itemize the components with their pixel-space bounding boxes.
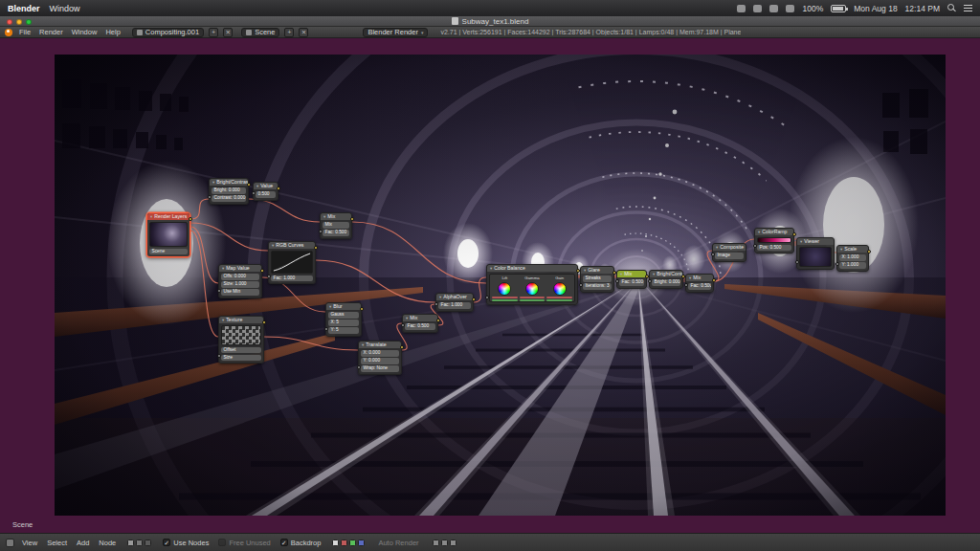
- output-socket[interactable]: [867, 250, 871, 253]
- input-socket[interactable]: [324, 327, 328, 331]
- node-field[interactable]: Iterations: 3: [583, 283, 612, 290]
- input-socket[interactable]: [795, 260, 799, 264]
- header-menu-file[interactable]: File: [17, 28, 33, 36]
- output-socket[interactable]: [314, 246, 318, 250]
- node-header[interactable]: ▾Translate: [359, 342, 401, 348]
- window-titlebar[interactable]: Subway_tex1.blend: [0, 16, 980, 27]
- collapse-icon[interactable]: ▾: [653, 271, 655, 277]
- output-socket[interactable]: [576, 269, 580, 273]
- node-translate[interactable]: ▾TranslateX: 0.000Y: 0.000Wrap: None: [358, 341, 402, 375]
- node-header[interactable]: ▾Map Value: [219, 265, 261, 272]
- close-layout-button[interactable]: ✕: [223, 28, 233, 37]
- input-socket[interactable]: [835, 262, 839, 266]
- collapse-icon[interactable]: ▾: [222, 265, 224, 272]
- shader-nodes-icon[interactable]: [127, 540, 134, 546]
- copy-icon[interactable]: [450, 540, 457, 546]
- collapse-icon[interactable]: ▾: [222, 317, 224, 323]
- output-socket[interactable]: [262, 320, 266, 324]
- input-socket[interactable]: [357, 365, 361, 369]
- node-field[interactable]: Size: [221, 355, 261, 362]
- collapse-icon[interactable]: ▾: [716, 244, 718, 251]
- collapse-icon[interactable]: ▾: [362, 342, 364, 348]
- notification-center-icon[interactable]: [964, 5, 972, 11]
- spotlight-icon[interactable]: [947, 4, 956, 12]
- node-field[interactable]: Use Min: [221, 289, 259, 296]
- collapse-icon[interactable]: ▾: [406, 315, 408, 321]
- node-color-balance[interactable]: ▾Color BalanceLiftGammaGain: [486, 264, 578, 305]
- add-layout-button[interactable]: +: [209, 28, 218, 37]
- node-field[interactable]: Wrap: None: [361, 365, 399, 372]
- input-socket[interactable]: [401, 323, 405, 327]
- node-field[interactable]: Image: [715, 253, 744, 259]
- collapse-icon[interactable]: ▾: [758, 229, 760, 235]
- node-mix-3[interactable]: ▾MixFac: 0.500: [616, 270, 647, 289]
- collapse-icon[interactable]: ▾: [490, 265, 492, 272]
- collapse-icon[interactable]: ▾: [439, 294, 441, 300]
- node-mix-2[interactable]: ▾MixFac: 0.500: [402, 314, 438, 333]
- header-menu-help[interactable]: Help: [103, 28, 122, 36]
- color-wheel-disc[interactable]: [525, 282, 539, 296]
- node-field[interactable]: Y: 1.000: [839, 262, 866, 269]
- node-field[interactable]: Streaks: [583, 276, 612, 282]
- output-socket[interactable]: [247, 183, 251, 187]
- header-menu-window[interactable]: Window: [70, 28, 100, 36]
- node-blur[interactable]: ▾BlurGaussX: 5Y: 5: [325, 302, 362, 337]
- volume-icon[interactable]: [786, 5, 794, 12]
- color-wheel-gamma[interactable]: Gamma: [520, 276, 546, 302]
- node-field[interactable]: Mix: [323, 222, 349, 229]
- node-header[interactable]: ▾Glare: [581, 267, 613, 274]
- node-scale[interactable]: ▾ScaleX: 1.000Y: 1.000: [836, 245, 869, 272]
- channel-rgb-icon[interactable]: [332, 540, 339, 546]
- input-socket[interactable]: [615, 279, 619, 283]
- node-field[interactable]: X: 0.000: [361, 350, 399, 357]
- wifi-icon[interactable]: [769, 5, 778, 12]
- output-socket[interactable]: [260, 269, 264, 273]
- rgb-sliders[interactable]: [492, 297, 518, 303]
- node-header[interactable]: ▾Composite: [713, 244, 746, 251]
- zoom-window-button[interactable]: [26, 19, 32, 25]
- collapse-icon[interactable]: ▾: [584, 267, 586, 274]
- input-socket[interactable]: [434, 302, 438, 306]
- rgb-sliders[interactable]: [546, 297, 572, 303]
- color-wheel-disc[interactable]: [498, 282, 511, 296]
- node-field[interactable]: Y: 0.000: [361, 358, 399, 364]
- collapse-icon[interactable]: ▾: [689, 275, 691, 281]
- output-socket[interactable]: [400, 345, 404, 349]
- channel-g-icon[interactable]: [349, 540, 356, 546]
- node-color-ramp[interactable]: ▾ColorRampPos: 0.500: [754, 228, 794, 253]
- node-field[interactable]: Contrast: 0.000: [212, 195, 246, 202]
- input-socket[interactable]: [648, 279, 652, 283]
- output-socket[interactable]: [436, 319, 440, 322]
- render-engine-selector[interactable]: Blender Render ▾: [363, 28, 428, 37]
- close-window-button[interactable]: [7, 19, 12, 25]
- input-socket[interactable]: [217, 289, 221, 293]
- node-menu-select[interactable]: Select: [45, 539, 69, 547]
- toggle-backdrop[interactable]: ✓Backdrop: [280, 539, 322, 547]
- snap-icon[interactable]: [441, 540, 448, 546]
- node-menu-node[interactable]: Node: [97, 539, 118, 547]
- node-field[interactable]: Scene: [149, 249, 188, 255]
- node-header[interactable]: ▾Mix: [617, 271, 646, 277]
- blender-logo-icon[interactable]: [5, 29, 12, 36]
- node-header[interactable]: ▾Blur: [326, 303, 361, 310]
- node-header[interactable]: ▾Bright/Contrast: [650, 271, 682, 277]
- output-socket[interactable]: [350, 217, 354, 221]
- node-header[interactable]: ▾Color Balance: [487, 265, 577, 272]
- node-alpha-over[interactable]: ▾AlphaOverFac: 1.000: [435, 293, 474, 312]
- collapse-icon[interactable]: ▾: [840, 246, 842, 253]
- toggle-free-unused[interactable]: Free Unused: [218, 539, 270, 547]
- collapse-icon[interactable]: ▾: [800, 238, 802, 245]
- node-texture[interactable]: ▾TextureOffsetSize: [218, 316, 264, 364]
- menubar-date[interactable]: Mon Aug 18: [854, 4, 897, 13]
- channel-b-icon[interactable]: [358, 540, 365, 546]
- node-field[interactable]: Bright: 0.000: [212, 187, 246, 194]
- menubar-time[interactable]: 12:14 PM: [905, 4, 940, 13]
- node-header[interactable]: ▾Viewer: [797, 238, 834, 245]
- texture-nodes-icon[interactable]: [145, 540, 151, 546]
- input-socket[interactable]: [579, 283, 583, 287]
- input-socket[interactable]: [319, 230, 323, 233]
- node-bright-contrast[interactable]: ▾Bright/ContrastBright: 0.000Contrast: 0…: [209, 178, 249, 205]
- node-field[interactable]: 0.500: [256, 191, 276, 198]
- collapse-icon[interactable]: ▾: [256, 183, 258, 189]
- node-viewer[interactable]: ▾Viewer: [796, 237, 835, 270]
